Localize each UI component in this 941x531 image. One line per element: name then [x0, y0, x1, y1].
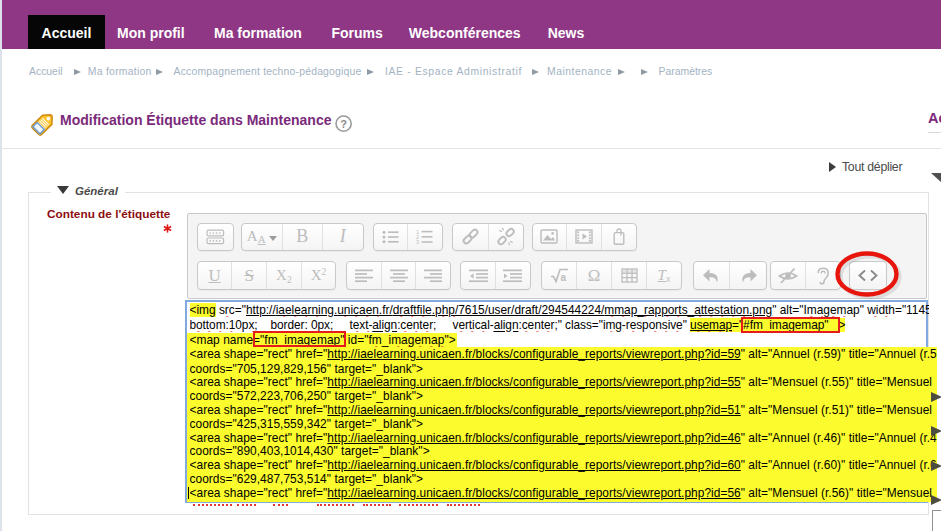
svg-text:?: ? [340, 118, 347, 130]
svg-text:a: a [560, 272, 566, 283]
svg-text:3: 3 [416, 239, 419, 244]
